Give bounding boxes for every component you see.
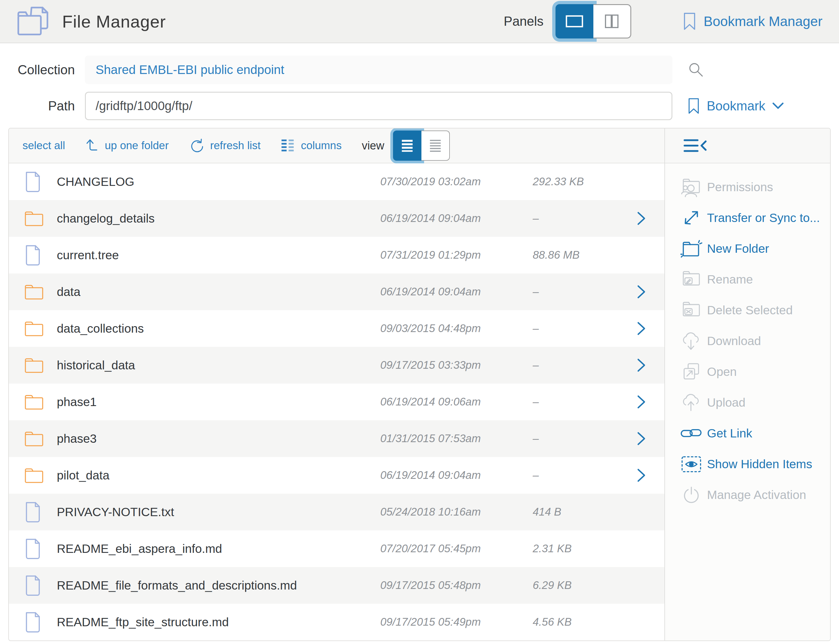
file-date: 06/19/2014 09:04am	[380, 469, 533, 481]
file-date: 09/03/2015 04:48pm	[380, 322, 533, 335]
file-row-README_ftp_site_structure.md[interactable]: README_ftp_site_structure.md09/17/2015 0…	[9, 604, 664, 641]
panels-dual-button[interactable]	[593, 4, 631, 38]
file-row-data_collections[interactable]: data_collections09/03/2015 04:48pm–	[9, 310, 664, 347]
file-row-current.tree[interactable]: current.tree07/31/2019 01:29pm88.86 MB	[9, 237, 664, 273]
file-row-README_file_formats_and_descriptions.md[interactable]: README_file_formats_and_descriptions.md0…	[9, 567, 664, 604]
show-hidden-icon	[680, 453, 707, 475]
top-right-controls: Panels Bookmark Manager	[504, 4, 823, 38]
file-size: 2.31 KB	[533, 542, 636, 555]
file-icon	[24, 611, 44, 633]
sidebar-action-label: Download	[707, 334, 761, 348]
sidebar-action-label: Get Link	[707, 427, 752, 440]
sidebar-action-transfer-or-sync-to[interactable]: Transfer or Sync to...	[665, 202, 830, 233]
sidebar-action-label: New Folder	[707, 242, 769, 256]
file-icon	[24, 245, 44, 266]
sidebar-action-manage-activation: Manage Activation	[665, 480, 830, 510]
file-row-phase3[interactable]: phase301/31/2015 07:53am–	[9, 420, 664, 457]
sidebar-action-get-link[interactable]: Get Link	[665, 418, 830, 449]
folder-icon	[24, 356, 44, 374]
file-row-CHANGELOG[interactable]: CHANGELOG07/30/2019 03:02am292.33 KB	[9, 163, 664, 200]
file-list-pane: select all up one folder	[9, 128, 664, 641]
sidebar-action-show-hidden-items[interactable]: Show Hidden Items	[665, 449, 830, 480]
select-all-button[interactable]: select all	[23, 140, 65, 152]
folder-icon	[24, 467, 44, 484]
file-size: 292.33 KB	[533, 176, 636, 188]
refresh-list-button[interactable]: refresh list	[189, 138, 261, 153]
open-folder-chevron[interactable]	[636, 395, 664, 409]
sidebar-header	[665, 128, 830, 163]
file-row-PRIVACY-NOTICE.txt[interactable]: PRIVACY-NOTICE.txt05/24/2018 10:16am414 …	[9, 494, 664, 531]
folder-icon	[24, 430, 44, 447]
bookmark-manager-button[interactable]: Bookmark Manager	[683, 12, 823, 31]
sidebar-action-new-folder[interactable]: New Folder	[665, 233, 830, 264]
open-folder-chevron[interactable]	[636, 432, 664, 446]
file-row-changelog_details[interactable]: changelog_details06/19/2014 09:04am–	[9, 200, 664, 237]
bookmark-dropdown-label: Bookmark	[707, 99, 765, 113]
open-folder-chevron[interactable]	[636, 358, 664, 372]
path-input[interactable]	[85, 92, 672, 120]
file-manager-icon	[16, 6, 50, 37]
sidebar-action-permissions: Permissions	[665, 172, 830, 202]
file-size: –	[533, 469, 636, 481]
search-icon	[688, 62, 704, 78]
file-row-phase1[interactable]: phase106/19/2014 09:06am–	[9, 384, 664, 420]
file-name: README_ftp_site_structure.md	[57, 615, 380, 629]
open-icon	[680, 360, 707, 383]
bookmark-icon	[683, 12, 696, 31]
new-folder-icon	[680, 237, 707, 260]
file-size: 88.86 MB	[533, 249, 636, 261]
permissions-icon	[680, 176, 707, 198]
upload-icon	[680, 391, 707, 414]
open-folder-chevron[interactable]	[636, 285, 664, 299]
path-row: Path Bookmark	[8, 92, 839, 120]
actions-sidebar: Permissions Transfer or Sync to... New F…	[664, 128, 830, 641]
chevron-down-icon	[772, 102, 784, 110]
open-folder-chevron[interactable]	[636, 211, 664, 225]
sidebar-action-label: Permissions	[707, 180, 773, 194]
sidebar-action-rename: Rename	[665, 264, 830, 295]
file-icon	[24, 575, 44, 596]
dual-panel-icon	[601, 13, 622, 30]
folder-icon	[24, 210, 44, 227]
rename-icon	[680, 268, 707, 291]
list-view-icon	[399, 138, 415, 153]
folder-icon	[24, 283, 44, 301]
file-row-historical_data[interactable]: historical_data09/17/2015 03:33pm–	[9, 347, 664, 384]
file-size: –	[533, 286, 636, 298]
search-button[interactable]	[688, 62, 704, 78]
file-name: PRIVACY-NOTICE.txt	[57, 505, 380, 519]
file-date: 07/20/2017 05:45pm	[380, 542, 533, 555]
file-icon	[24, 501, 44, 522]
file-row-README_ebi_aspera_info.md[interactable]: README_ebi_aspera_info.md07/20/2017 05:4…	[9, 531, 664, 567]
file-size: 6.29 KB	[533, 579, 636, 591]
bookmark-dropdown[interactable]: Bookmark	[688, 97, 784, 115]
columns-button[interactable]: columns	[281, 139, 342, 153]
file-size: 414 B	[533, 506, 636, 518]
sidebar-action-download: Download	[665, 325, 830, 356]
sidebar-actions-list: Permissions Transfer or Sync to... New F…	[665, 172, 830, 510]
get-link-icon	[680, 422, 707, 445]
open-folder-chevron[interactable]	[636, 468, 664, 482]
download-icon	[680, 330, 707, 352]
file-name: changelog_details	[57, 212, 380, 225]
open-folder-chevron[interactable]	[636, 321, 664, 336]
file-row-data[interactable]: data06/19/2014 09:04am–	[9, 273, 664, 310]
compact-view-icon	[428, 138, 443, 153]
delete-icon	[680, 299, 707, 321]
file-icon	[24, 171, 44, 192]
single-panel-icon	[564, 13, 585, 30]
panels-single-button[interactable]	[555, 4, 593, 38]
path-label: Path	[8, 99, 75, 113]
compact-view-button[interactable]	[422, 130, 450, 161]
list-view-button[interactable]	[393, 130, 422, 161]
file-row-pilot_data[interactable]: pilot_data06/19/2014 09:04am–	[9, 457, 664, 494]
top-header: File Manager Panels	[0, 0, 839, 43]
file-name: current.tree	[57, 248, 380, 262]
file-date: 01/31/2015 07:53am	[380, 432, 533, 445]
file-manager-app: File Manager Panels	[0, 0, 839, 644]
sidebar-action-label: Manage Activation	[707, 488, 806, 502]
collapse-sidebar-button[interactable]	[683, 138, 709, 153]
up-one-folder-button[interactable]: up one folder	[85, 138, 169, 153]
manage-activation-icon	[680, 484, 707, 506]
collection-input[interactable]: Shared EMBL-EBI public endpoint	[85, 56, 672, 84]
